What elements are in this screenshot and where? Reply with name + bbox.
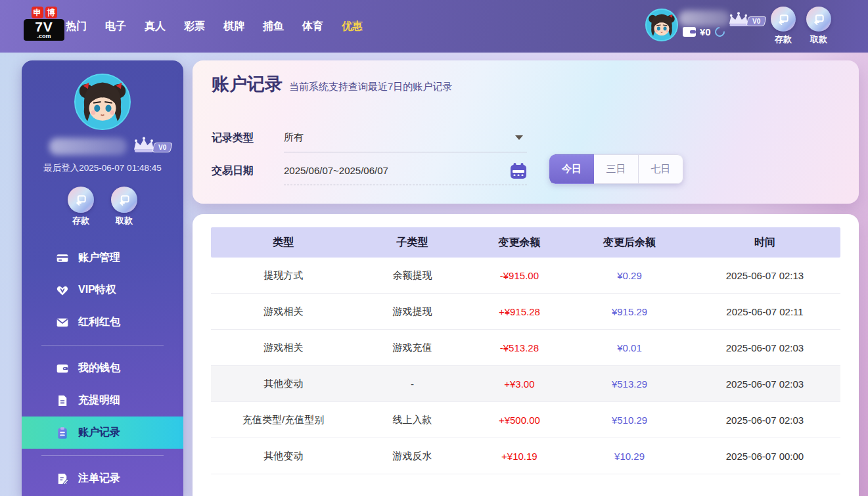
date-range-input[interactable]: 2025/06/07~2025/06/07: [284, 156, 527, 185]
main-nav: 热门电子真人彩票棋牌捕鱼体育优惠: [66, 0, 363, 53]
table-row: 游戏相关游戏充值-¥513.28¥0.012025-06-07 02:03: [211, 330, 840, 366]
sidebar-item-9[interactable]: 注单记录: [22, 462, 183, 495]
balance-row: ¥0: [683, 26, 725, 37]
sidebar-item-label: 充提明细: [78, 394, 120, 407]
cell-after: ¥510.29: [570, 415, 689, 426]
nav-item-3[interactable]: 真人: [145, 20, 166, 34]
cell-change: +¥915.28: [469, 306, 570, 317]
withdraw-icon: [806, 7, 831, 32]
vip-heart-icon: [56, 284, 69, 297]
sidebar-item-label: 账户记录: [78, 426, 120, 440]
record-type-select[interactable]: 所有: [284, 124, 527, 152]
logo-suffix: .com: [24, 34, 64, 41]
withdraw-button[interactable]: 取款: [806, 7, 831, 45]
nav-item-1[interactable]: 热门: [66, 20, 87, 34]
column-header-4: 变更后余额: [570, 236, 689, 250]
calendar-icon[interactable]: [510, 162, 527, 179]
wallet-icon: [683, 27, 696, 37]
cell-change: -¥915.00: [469, 270, 570, 281]
vip-level-tag: V0: [746, 16, 767, 26]
logo-badge-2: 博: [45, 7, 57, 18]
logo-badges: 申 博: [24, 7, 64, 18]
sidebar-item-6[interactable]: 充提明细: [22, 384, 183, 417]
sidebar: V0 最后登入2025-06-07 01:48:45 存款 取款 账户管理VIP…: [22, 60, 183, 496]
range-button-2[interactable]: 三日: [594, 154, 639, 184]
page-title: 账户记录: [212, 72, 283, 96]
sidebar-item-label: 红利红包: [78, 315, 120, 329]
sidebar-divider: [41, 345, 164, 346]
sidebar-item-1[interactable]: 账户管理: [22, 242, 183, 274]
last-login-text: 最后登入2025-06-07 01:48:45: [22, 162, 183, 174]
cell-change: +¥500.00: [469, 415, 570, 426]
cell-subtype: 线上入款: [355, 414, 468, 426]
table-row: 其他变动游戏反水+¥10.19¥10.292025-06-07 00:00: [211, 438, 840, 474]
sidebar-item-5[interactable]: 我的钱包: [22, 352, 183, 384]
cell-after: ¥10.29: [570, 451, 689, 462]
username-blurred: [679, 11, 730, 26]
site-logo[interactable]: 申 博 7V .com: [24, 7, 64, 41]
column-header-1: 类型: [211, 236, 355, 250]
cell-type: 其他变动: [211, 378, 355, 390]
nav-item-7[interactable]: 体育: [302, 20, 323, 34]
sidebar-username-blurred: [49, 138, 127, 155]
cell-subtype: 余额提现: [355, 269, 468, 282]
sidebar-withdraw-button[interactable]: 取款: [111, 187, 137, 227]
sidebar-divider: [41, 455, 164, 456]
range-button-1[interactable]: 今日: [549, 154, 594, 184]
cell-time: 2025-06-07 02:03: [689, 415, 840, 426]
sidebar-item-label: 账户管理: [78, 251, 120, 265]
page: 申 博 7V .com 热门电子真人彩票棋牌捕鱼体育优惠: [0, 0, 868, 496]
balance-amount: ¥0: [700, 26, 711, 37]
cell-time: 2025-06-07 02:13: [689, 270, 840, 281]
cell-type: 提现方式: [211, 269, 355, 282]
cell-after: ¥915.29: [570, 306, 689, 317]
deposit-button[interactable]: 存款: [771, 7, 796, 45]
nav-item-4[interactable]: 彩票: [184, 20, 205, 34]
nav-item-6[interactable]: 捕鱼: [263, 20, 284, 34]
cell-change: +¥10.19: [469, 451, 570, 462]
withdraw-icon: [111, 187, 137, 213]
wallet-icon: [56, 362, 69, 375]
nav-item-2[interactable]: 电子: [105, 20, 126, 34]
sidebar-item-label: VIP特权: [78, 283, 116, 297]
deposit-icon: [68, 187, 94, 213]
logo-badge-1: 申: [32, 7, 43, 18]
cell-time: 2025-06-07 02:03: [689, 342, 840, 353]
cell-time: 2025-06-07 00:00: [689, 451, 840, 462]
nav-item-8[interactable]: 优惠: [342, 20, 363, 34]
records-table: 类型子类型变更余额变更后余额时间 提现方式余额提现-¥915.00¥0.2920…: [211, 227, 840, 474]
cell-change: +¥3.00: [469, 378, 570, 390]
sidebar-deposit-button[interactable]: 存款: [68, 187, 94, 227]
page-subtitle: 当前系统支持查询最近7日的账户记录: [289, 81, 452, 93]
refresh-icon[interactable]: [713, 25, 727, 39]
sidebar-actions: 存款 取款: [22, 187, 183, 227]
column-header-5: 时间: [689, 236, 840, 250]
sidebar-item-3[interactable]: 红利红包: [22, 306, 183, 338]
nav-item-5[interactable]: 棋牌: [223, 20, 244, 34]
sidebar-vip-badge[interactable]: V0: [132, 137, 171, 154]
chevron-down-icon: [515, 135, 523, 140]
table-row: 其他变动-+¥3.00¥513.292025-06-07 02:03: [211, 366, 840, 402]
avatar[interactable]: [645, 9, 678, 41]
vip-level-tag: V0: [152, 143, 173, 152]
deposit-icon: [771, 7, 796, 32]
cell-subtype: 游戏提现: [355, 305, 468, 318]
sidebar-item-label: 我的钱包: [78, 361, 120, 375]
records-table-card: 类型子类型变更余额变更后余额时间 提现方式余额提现-¥915.00¥0.2920…: [193, 214, 859, 496]
column-header-3: 变更余额: [469, 236, 570, 250]
record-type-row: 记录类型 所有: [212, 124, 721, 152]
sidebar-menu: 账户管理VIP特权红利红包我的钱包充提明细账户记录注单记录: [22, 242, 183, 495]
record-type-label: 记录类型: [212, 131, 284, 145]
sidebar-item-2[interactable]: VIP特权: [22, 274, 183, 306]
vip-badge[interactable]: V0: [727, 12, 765, 28]
table-row: 提现方式余额提现-¥915.00¥0.292025-06-07 02:13: [211, 258, 840, 294]
cell-subtype: 游戏反水: [355, 450, 468, 462]
top-navbar: 申 博 7V .com 热门电子真人彩票棋牌捕鱼体育优惠: [0, 0, 868, 53]
sidebar-avatar[interactable]: [74, 74, 131, 130]
sidebar-item-label: 注单记录: [78, 472, 120, 485]
cell-time: 2025-06-07 02:11: [689, 306, 840, 317]
table-row: 游戏相关游戏提现+¥915.28¥915.292025-06-07 02:11: [211, 294, 840, 330]
date-range-value: 2025/06/07~2025/06/07: [284, 165, 388, 176]
range-button-3[interactable]: 七日: [639, 154, 683, 184]
sidebar-item-7[interactable]: 账户记录: [22, 417, 183, 449]
